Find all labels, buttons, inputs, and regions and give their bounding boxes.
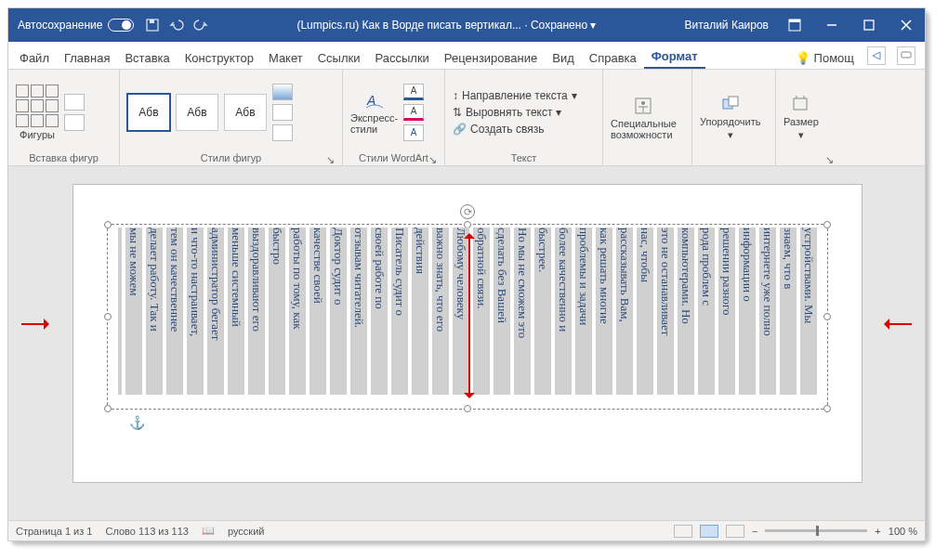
tab-format[interactable]: Формат (644, 46, 705, 69)
group-arrange: Упорядочить ▾ (692, 70, 776, 165)
page: ⟳ устройствами. Мызнаем, что винтернете … (73, 185, 862, 482)
text-column: быстрее. (534, 228, 551, 395)
tab-help[interactable]: Справка (582, 47, 644, 69)
shapes-button[interactable]: Фигуры (16, 85, 59, 140)
print-layout-icon[interactable] (700, 525, 718, 538)
redo-icon[interactable] (193, 18, 208, 33)
arrange-button[interactable]: Упорядочить ▾ (700, 94, 760, 141)
text-box-icon[interactable] (64, 114, 85, 131)
read-mode-icon[interactable] (674, 525, 692, 538)
comments-button[interactable] (897, 46, 915, 65)
minimize-icon[interactable] (813, 8, 850, 42)
text-column: информации о (739, 228, 756, 395)
tab-refs[interactable]: Ссылки (310, 47, 368, 69)
tab-layout[interactable]: Макет (261, 47, 310, 69)
resize-handle[interactable] (104, 221, 112, 228)
resize-handle[interactable] (104, 313, 112, 320)
group-shape-styles: Абв Абв Абв Стили фигур↘ (120, 70, 343, 165)
edit-shape-icon[interactable] (64, 94, 85, 111)
text-column: отзывам читателей. (350, 228, 367, 395)
svg-rect-3 (789, 20, 800, 22)
text-column: решении разного (718, 228, 735, 395)
svg-point-9 (641, 101, 645, 105)
text-column: делает работу. Так и (146, 228, 163, 395)
shape-fill-icon[interactable] (272, 84, 293, 100)
text-outline-icon[interactable]: A (403, 104, 424, 121)
text-column: действия (412, 228, 428, 395)
text-column: более качественно и (555, 228, 572, 395)
close-icon[interactable] (888, 8, 925, 42)
save-icon[interactable] (145, 18, 160, 33)
zoom-slider[interactable] (765, 529, 867, 532)
resize-handle[interactable] (823, 221, 831, 228)
status-lang[interactable]: русский (228, 526, 264, 537)
wordart-styles-button[interactable]: A Экспресс- стили (350, 90, 398, 135)
text-column: интернете уже полно (759, 228, 776, 395)
document-area[interactable]: ⟳ устройствами. Мызнаем, что винтернете … (8, 166, 925, 520)
text-column: это не останавливает (657, 228, 674, 395)
tab-review[interactable]: Рецензирование (437, 47, 545, 69)
size-button[interactable]: Размер ▾ (783, 94, 819, 141)
accessibility-button[interactable]: Специальные возможности (611, 96, 677, 140)
shape-effects-icon[interactable] (272, 124, 293, 141)
tab-design[interactable]: Конструктор (178, 47, 261, 69)
user-name[interactable]: Виталий Каиров (684, 19, 769, 32)
tab-insert[interactable]: Вставка (117, 47, 177, 69)
resize-handle[interactable] (464, 405, 471, 412)
text-column: выздоравливают его (248, 228, 265, 395)
text-column: проблемы и задачи (575, 228, 592, 395)
text-fill-icon[interactable]: A (403, 84, 424, 100)
zoom-in-icon[interactable]: + (875, 526, 880, 537)
quick-access-toolbar (145, 18, 208, 33)
zoom-out-icon[interactable]: − (752, 526, 757, 537)
status-bar: Страница 1 из 1 Слово 113 из 113 📖 русск… (8, 520, 925, 540)
rotate-handle-icon[interactable]: ⟳ (460, 204, 475, 219)
resize-handle[interactable] (823, 313, 831, 320)
text-column: мы не можем (125, 228, 142, 395)
text-column: обратной связи. (473, 228, 490, 395)
align-text-button[interactable]: ⇅ Выровнять текст ▾ (453, 106, 577, 119)
tab-mail[interactable]: Рассылки (367, 47, 436, 69)
text-column: компьютерами. Но (678, 228, 694, 395)
text-column: устройствами. Мы (800, 228, 817, 395)
tab-view[interactable]: Вид (545, 47, 582, 69)
shape-style-gallery[interactable]: Абв Абв Абв (127, 94, 267, 131)
text-direction-button[interactable]: ↕ Направление текста ▾ (453, 89, 577, 102)
maximize-icon[interactable] (850, 8, 888, 42)
dialog-launcher-icon[interactable]: ↘ (824, 154, 834, 163)
group-insert-shapes: Фигуры Вставка фигур (8, 70, 120, 165)
text-column: Писатель судит о (391, 228, 408, 395)
annotation-arrow-vertical (464, 228, 475, 404)
anchor-icon: ⚓ (129, 415, 145, 430)
tab-file[interactable]: Файл (12, 47, 57, 69)
undo-icon[interactable] (169, 18, 184, 33)
group-text: ↕ Направление текста ▾ ⇅ Выровнять текст… (445, 70, 603, 165)
text-column: тем он качественнее (166, 228, 183, 395)
share-button[interactable] (867, 46, 886, 65)
zoom-level[interactable]: 100 % (889, 526, 917, 537)
create-link-button[interactable]: 🔗 Создать связь (453, 123, 577, 136)
web-layout-icon[interactable] (726, 525, 744, 538)
tab-search[interactable]: 💡 Помощ (788, 47, 862, 69)
group-wordart: A Экспресс- стили A A A Стили WordArt↘ (343, 70, 445, 165)
svg-rect-5 (864, 20, 874, 30)
group-size: Размер ▾ ↘ (776, 70, 841, 165)
text-column: быстро (269, 228, 285, 395)
proofing-icon[interactable]: 📖 (202, 525, 215, 537)
status-words[interactable]: Слово 113 из 113 (105, 526, 189, 537)
status-page[interactable]: Страница 1 из 1 (16, 526, 92, 537)
ribbon-options-icon[interactable] (776, 8, 813, 42)
text-column: знаем, что в (780, 228, 797, 395)
resize-handle[interactable] (823, 405, 831, 412)
autosave-toggle[interactable]: Автосохранение (18, 19, 134, 32)
doc-title: (Lumpics.ru) Как в Ворде писать вертикал… (208, 19, 684, 32)
text-column: рассказывать Вам, (616, 228, 633, 395)
tab-home[interactable]: Главная (57, 47, 117, 69)
shape-outline-icon[interactable] (272, 104, 293, 121)
text-column: качестве своей (309, 228, 326, 395)
resize-handle[interactable] (104, 405, 112, 412)
text-effects-icon[interactable]: A (403, 124, 424, 141)
dialog-launcher-icon[interactable]: ↘ (428, 154, 437, 163)
annotation-arrow-right (878, 319, 912, 330)
dialog-launcher-icon[interactable]: ↘ (325, 154, 335, 163)
